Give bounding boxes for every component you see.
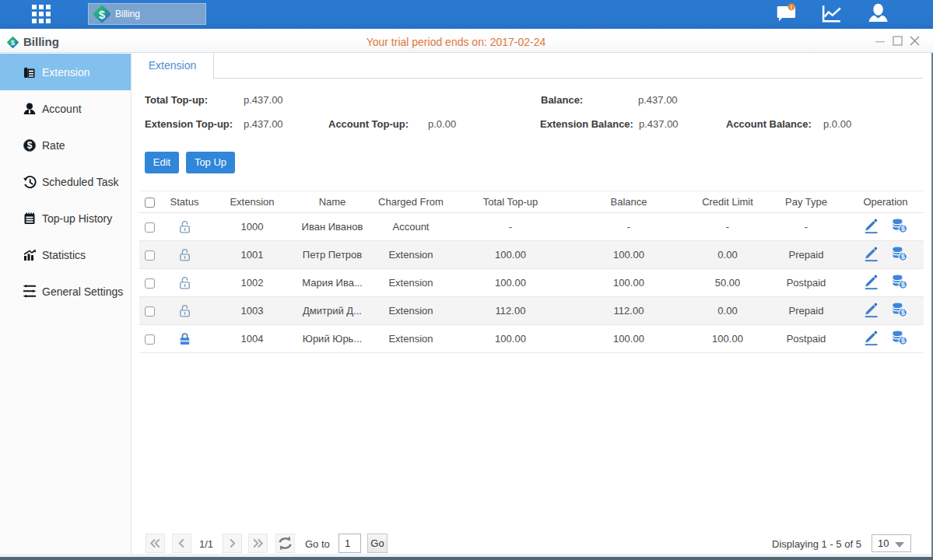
svg-text:$: $	[901, 336, 906, 345]
svg-text:$: $	[27, 140, 33, 151]
svg-text:!: !	[791, 4, 793, 11]
svg-text:$: $	[901, 280, 906, 289]
svg-text:$: $	[901, 224, 906, 233]
svg-text:$: $	[99, 8, 106, 21]
svg-text:$: $	[901, 252, 906, 261]
svg-text:$: $	[901, 308, 906, 317]
